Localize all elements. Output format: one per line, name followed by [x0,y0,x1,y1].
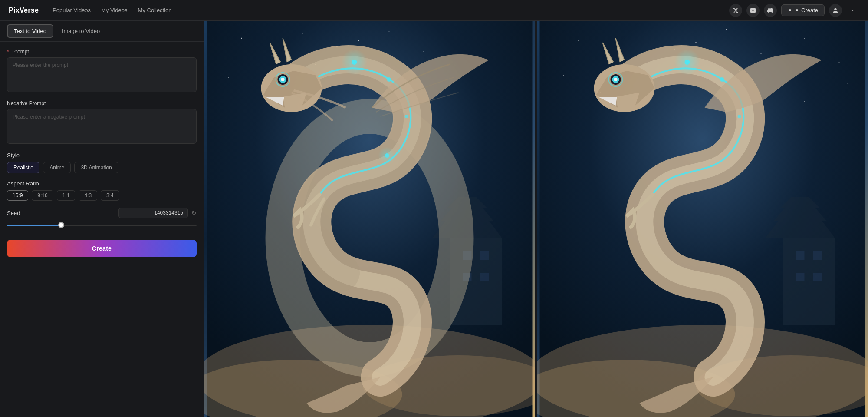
sidebar: Text to Video Image to Video * Prompt Ne… [0,21,204,417]
svg-point-3 [302,33,303,34]
seed-section: Seed ↻ [7,208,197,229]
main-layout: Text to Video Image to Video * Prompt Ne… [0,21,868,417]
create-icon: ✦ [788,7,792,13]
style-realistic[interactable]: Realistic [7,162,39,173]
svg-point-45 [760,53,761,54]
ratio-9-16[interactable]: 9:16 [32,190,53,201]
content-area [204,21,868,417]
youtube-button[interactable] [746,4,760,17]
mode-tabs: Text to Video Image to Video [0,21,204,42]
main-nav: Popular Videos My Videos My Collection [53,5,729,15]
twitter-button[interactable] [729,4,742,17]
style-options: Realistic Anime 3D Animation [7,162,197,173]
discord-button[interactable] [764,4,777,17]
style-label: Style [7,152,197,159]
svg-point-6 [423,51,424,52]
svg-point-53 [804,101,805,101]
header-right: ✦ ✦ Create [729,4,859,17]
create-video-button[interactable]: Create [7,240,197,257]
svg-point-11 [358,40,359,41]
tab-text-to-video[interactable]: Text to Video [7,24,53,38]
svg-point-71 [614,78,618,81]
svg-point-42 [639,36,640,36]
svg-rect-62 [813,251,822,260]
svg-point-47 [839,62,840,63]
ratio-1-1[interactable]: 1:1 [57,190,76,201]
svg-point-73 [674,49,700,75]
nav-my-videos[interactable]: My Videos [101,5,127,15]
svg-rect-26 [480,273,489,281]
svg-rect-24 [480,251,489,260]
svg-rect-64 [813,273,822,281]
svg-point-10 [510,86,511,86]
seed-row: Seed ↻ [7,208,197,218]
create-label: ✦ Create [795,7,818,13]
svg-point-7 [467,36,468,36]
profile-button[interactable] [829,4,842,17]
prompt-field: * Prompt [7,49,197,93]
ratio-options: 16:9 9:16 1:1 4:3 3:4 [7,190,197,201]
dragon-image-right [535,21,868,417]
ratio-3-4[interactable]: 3:4 [101,190,119,201]
seed-input[interactable] [118,208,188,218]
svg-point-5 [389,31,390,32]
required-marker: * [7,49,9,55]
seed-slider-container [7,221,197,229]
svg-rect-57 [783,238,835,325]
svg-point-29 [387,77,391,82]
seed-slider[interactable] [7,225,197,226]
svg-point-44 [726,29,727,30]
svg-point-8 [502,60,503,60]
svg-rect-63 [796,273,805,281]
svg-point-46 [804,38,805,39]
nav-popular-videos[interactable]: Popular Videos [53,5,91,15]
svg-point-48 [563,75,564,75]
aspect-ratio-section: Aspect Ratio 16:9 9:16 1:1 4:3 3:4 [7,180,197,201]
aspect-ratio-label: Aspect Ratio [7,180,197,187]
svg-point-50 [695,42,696,43]
negative-prompt-label: Negative Prompt [7,100,197,106]
create-header-button[interactable]: ✦ ✦ Create [781,4,825,16]
app-header: PixVerse Popular Videos My Videos My Col… [0,0,868,21]
svg-point-30 [405,115,408,118]
dragon-image-left [204,21,535,417]
form-area: * Prompt Negative Prompt Style Realistic… [0,42,204,264]
style-3d-animation[interactable]: 3D Animation [74,162,118,173]
svg-point-67 [738,115,741,118]
negative-prompt-field: Negative Prompt [7,100,197,145]
svg-point-1 [241,38,242,39]
dragon-images [204,21,868,417]
ratio-4-3[interactable]: 4:3 [79,190,97,201]
svg-point-66 [720,77,724,82]
svg-point-37 [342,49,368,75]
dropdown-arrow[interactable] [846,4,859,17]
svg-point-49 [848,83,848,84]
style-section: Style Realistic Anime 3D Animation [7,152,197,173]
seed-label: Seed [7,210,20,216]
negative-prompt-textarea[interactable] [7,109,197,144]
refresh-seed-icon[interactable]: ↻ [191,209,197,216]
svg-point-38 [378,147,396,164]
svg-point-9 [228,77,229,77]
svg-point-14 [467,99,467,99]
seed-value-row: ↻ [118,208,197,218]
tab-image-to-video[interactable]: Image to Video [55,21,107,42]
svg-point-2 [272,55,273,56]
svg-point-35 [281,78,285,81]
svg-point-40 [578,40,579,41]
ratio-16-9[interactable]: 16:9 [7,190,28,201]
prompt-textarea[interactable] [7,57,197,92]
app-logo: PixVerse [9,7,39,14]
nav-my-collection[interactable]: My Collection [138,5,172,15]
style-anime[interactable]: Anime [43,162,71,173]
svg-rect-61 [796,251,805,260]
prompt-label: * Prompt [7,49,197,55]
